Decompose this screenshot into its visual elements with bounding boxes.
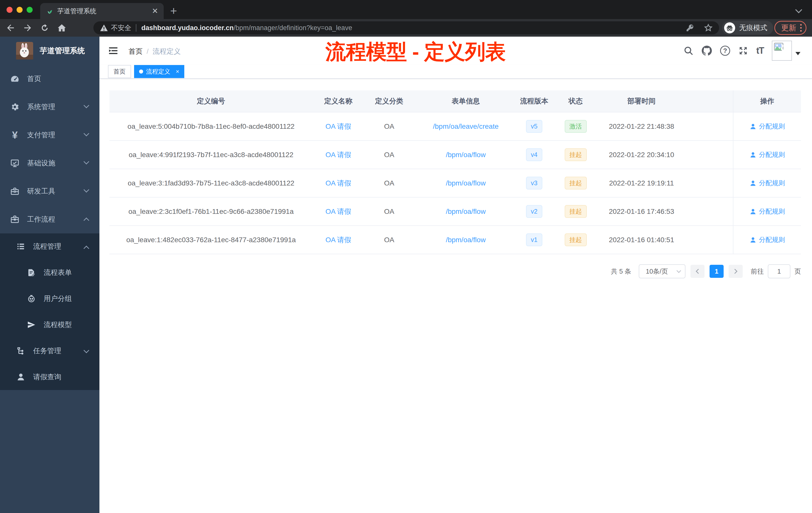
sidebar-item-workflow[interactable]: 工作流程	[0, 205, 99, 233]
bookmark-star-icon[interactable]	[703, 23, 713, 33]
pagination-goto: 前往 页	[751, 264, 801, 278]
definition-name-link[interactable]: OA 请假	[325, 150, 351, 160]
window-close-button[interactable]	[6, 7, 12, 13]
sidebar-item-label: 流程管理	[33, 242, 61, 251]
cell-definition-id: oa_leave:2:3c1f0ef1-76b1-11ec-9c66-a2380…	[110, 198, 313, 225]
url-path: /bpm/manager/definition?key=oa_leave	[234, 24, 352, 32]
dashboard-gauge-icon	[9, 74, 21, 84]
page-size-select[interactable]: 10条/页	[639, 264, 686, 278]
tags-view-bar: 首页 流程定义 ×	[99, 65, 812, 79]
font-size-icon[interactable]: tT	[756, 46, 764, 56]
assign-rule-button[interactable]: 分配规则	[750, 122, 785, 131]
assign-rule-button[interactable]: 分配规则	[750, 179, 785, 187]
sidebar-item-label: 支付管理	[27, 130, 55, 140]
chevron-left-icon	[696, 269, 701, 274]
window-zoom-button[interactable]	[27, 7, 33, 13]
sidebar-item-task-management[interactable]: 任务管理	[0, 338, 99, 364]
sidebar-item-infrastructure[interactable]: 基础设施	[0, 149, 99, 177]
status-badge: 挂起	[565, 148, 587, 161]
incognito-icon	[724, 22, 735, 33]
form-info-link[interactable]: /bpm/oa/flow	[446, 151, 486, 159]
gear-icon	[9, 102, 21, 112]
assign-rule-button[interactable]: 分配规则	[750, 150, 785, 159]
sidebar-item-user-group[interactable]: 用户分组	[0, 285, 99, 312]
user-avatar-dropdown[interactable]	[772, 41, 801, 61]
assign-rule-button[interactable]: 分配规则	[750, 235, 785, 244]
next-page-button[interactable]	[729, 265, 743, 278]
window-minimize-button[interactable]	[17, 7, 23, 13]
breadcrumb-current: 流程定义	[153, 47, 181, 56]
definition-name-link[interactable]: OA 请假	[325, 207, 351, 216]
assign-rule-label: 分配规则	[759, 150, 785, 159]
sidebar: 芋道管理系统 首页 系统管理 ¥ 支付管理 基础设施	[0, 37, 99, 513]
assign-rule-label: 分配规则	[759, 179, 785, 187]
github-icon[interactable]	[701, 46, 712, 56]
form-info-link[interactable]: /bpm/oa/flow	[446, 236, 486, 244]
fullscreen-icon[interactable]	[738, 46, 748, 56]
tag-process-definition-active[interactable]: 流程定义 ×	[134, 65, 184, 78]
security-warning-icon[interactable]	[100, 24, 108, 32]
cell-category: OA	[364, 169, 414, 197]
url-divider	[136, 24, 136, 32]
forward-icon[interactable]	[23, 23, 33, 33]
sidebar-item-devtools[interactable]: 研发工具	[0, 177, 99, 205]
reload-icon[interactable]	[40, 23, 50, 33]
chevron-down-icon	[84, 103, 89, 109]
assign-rule-label: 分配规则	[759, 235, 785, 244]
address-bar[interactable]: 不安全 dashboard.yudao.iocoder.cn/bpm/manag…	[93, 21, 719, 34]
sidebar-item-process-management[interactable]: 流程管理	[0, 233, 99, 260]
goto-suffix: 页	[794, 267, 801, 276]
sidebar-item-system[interactable]: 系统管理	[0, 93, 99, 121]
incognito-badge: 无痕模式	[722, 21, 773, 35]
document-edit-icon	[26, 268, 37, 277]
search-icon[interactable]	[684, 46, 694, 56]
avatar-caret-down-icon[interactable]	[795, 52, 801, 55]
tab-close-icon[interactable]: ✕	[152, 7, 158, 15]
avatar-broken-image-icon[interactable]	[772, 41, 792, 61]
logo-rabbit-image	[16, 42, 33, 59]
definition-table: 定义编号 定义名称 定义分类 表单信息 流程版本 状态 部署时间 操作 oa_l…	[110, 90, 801, 254]
security-label[interactable]: 不安全	[111, 23, 131, 32]
home-icon[interactable]	[57, 23, 67, 33]
paper-plane-icon	[26, 320, 37, 329]
sidebar-item-home[interactable]: 首页	[0, 65, 99, 93]
breadcrumb-home[interactable]: 首页	[128, 47, 143, 56]
back-icon[interactable]	[5, 23, 16, 33]
hamburger-icon[interactable]	[108, 46, 118, 57]
prev-page-button[interactable]	[691, 265, 704, 278]
browser-tab[interactable]: 芋道管理系统 ✕	[40, 3, 164, 19]
tag-close-icon[interactable]: ×	[176, 68, 179, 75]
tab-search-chevron-icon[interactable]	[795, 8, 803, 14]
definition-name-link[interactable]: OA 请假	[325, 178, 351, 188]
browser-menu-dots-icon[interactable]	[800, 24, 802, 32]
goto-page-input[interactable]	[768, 264, 790, 278]
passwords-key-icon[interactable]	[686, 23, 695, 32]
form-info-link[interactable]: /bpm/oa/flow	[446, 179, 486, 187]
col-header-status: 状态	[551, 90, 600, 112]
assign-rule-button[interactable]: 分配规则	[750, 207, 785, 216]
help-question-icon[interactable]: ?	[720, 46, 730, 56]
col-header-filler	[683, 90, 733, 112]
annotation-title: 流程模型 - 定义列表	[325, 38, 506, 66]
col-header-category: 定义分类	[364, 90, 414, 112]
sidebar-logo[interactable]: 芋道管理系统	[0, 37, 99, 65]
definition-name-link[interactable]: OA 请假	[325, 235, 351, 245]
form-info-link[interactable]: /bpm/oa/leave/create	[433, 122, 499, 130]
version-badge: v3	[526, 177, 542, 189]
pagination-total: 共 5 条	[611, 267, 631, 276]
chevron-down-icon	[84, 187, 89, 193]
new-tab-button[interactable]: +	[170, 4, 177, 18]
sidebar-item-process-form[interactable]: 流程表单	[0, 260, 99, 285]
sidebar-item-leave-query[interactable]: 请假查询	[0, 364, 99, 390]
cell-category: OA	[364, 198, 414, 225]
form-info-link[interactable]: /bpm/oa/flow	[446, 208, 486, 216]
cell-definition-id: oa_leave:5:004b710b-7b8a-11ec-8ef0-acde4…	[110, 113, 313, 140]
sidebar-item-process-model[interactable]: 流程模型	[0, 312, 99, 338]
browser-update-button[interactable]: 更新	[774, 21, 807, 35]
robot-face-icon	[26, 294, 37, 303]
tag-home[interactable]: 首页	[108, 65, 131, 78]
sidebar-item-payment[interactable]: ¥ 支付管理	[0, 121, 99, 149]
current-page-button[interactable]: 1	[709, 265, 724, 278]
definition-name-link[interactable]: OA 请假	[325, 122, 351, 131]
version-badge: v4	[526, 148, 542, 161]
